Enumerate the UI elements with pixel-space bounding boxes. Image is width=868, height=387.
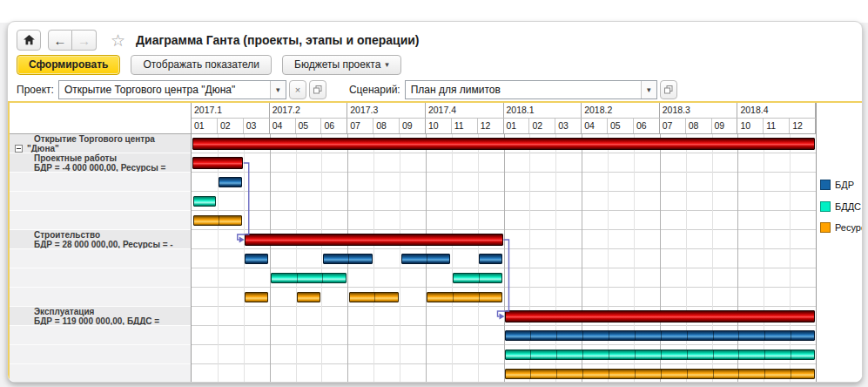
month-header-cell: 06 xyxy=(634,119,660,133)
gantt-bar-stage[interactable] xyxy=(192,138,815,150)
bar-segment-divider xyxy=(713,331,714,340)
gantt-row-label[interactable] xyxy=(10,173,191,192)
gantt-row-label[interactable] xyxy=(10,345,191,364)
legend-label: БДР xyxy=(835,180,854,190)
gantt-row-label-text: СтроительствоБДР = 28 000 000,00, Ресурс… xyxy=(10,230,191,249)
grid-line xyxy=(270,134,271,383)
gantt-row-label[interactable] xyxy=(10,326,191,345)
bar-segment-divider xyxy=(609,370,609,378)
bar-segment-divider xyxy=(297,274,298,282)
bar-segment-divider xyxy=(713,350,714,359)
bar-segment-divider xyxy=(479,293,480,302)
month-header-cell: 05 xyxy=(608,119,634,133)
month-header-cell: 12 xyxy=(478,119,504,133)
gantt-labels-header-spacer xyxy=(10,103,191,134)
gantt-bar-resources[interactable] xyxy=(427,292,502,302)
gantt-row-label[interactable]: Проектные работыБДР = -4 000 000,00, Рес… xyxy=(10,153,191,173)
filter-bar: Проект: ▾ × Сценарий: ▾ xyxy=(8,78,862,101)
quarter-header-cell: 2017.4 xyxy=(426,103,504,118)
scenario-dropdown-button[interactable]: ▾ xyxy=(641,81,656,98)
gantt-bar-stage[interactable] xyxy=(245,234,503,246)
bar-segment-divider xyxy=(374,293,375,302)
bar-segment-divider xyxy=(348,255,349,263)
quarter-header-cell: 2018.4 xyxy=(737,103,816,118)
favorite-star-icon[interactable]: ☆ xyxy=(111,31,125,51)
gantt-row-label[interactable] xyxy=(10,268,191,288)
collapse-expander-icon[interactable] xyxy=(15,145,23,153)
gantt-chart: Открытие Торгового центра "Дюна"БДР = 28… xyxy=(8,101,862,383)
quarter-header-cell: 2018.1 xyxy=(504,103,582,118)
bar-segment-divider xyxy=(635,331,636,340)
gantt-bar-bdr[interactable] xyxy=(479,254,502,264)
month-header-cell: 06 xyxy=(321,119,347,133)
quarter-header-cell: 2017.1 xyxy=(192,103,270,118)
label-line: Проектные работы xyxy=(34,154,189,164)
gantt-row-label[interactable] xyxy=(10,249,191,268)
gantt-bar-bdr[interactable] xyxy=(245,254,268,264)
gantt-bar-resources[interactable] xyxy=(245,292,268,302)
label-line: Открытие Торгового центра "Дюна" xyxy=(27,135,189,153)
project-clear-button[interactable]: × xyxy=(289,80,306,99)
gantt-bar-bdr[interactable] xyxy=(219,177,242,187)
gantt-bar-bdds[interactable] xyxy=(505,350,815,360)
home-button[interactable] xyxy=(17,30,41,51)
back-button[interactable]: ← xyxy=(48,30,72,51)
gantt-row-label[interactable] xyxy=(10,364,191,383)
generate-button[interactable]: Сформировать xyxy=(17,55,120,75)
gantt-row-label[interactable]: ЭксплуатацияБДР = 119 000 000,00, БДДС =… xyxy=(10,307,191,326)
gantt-bar-bdr[interactable] xyxy=(401,254,451,264)
bar-segment-divider xyxy=(556,331,557,340)
gantt-bar-bdds[interactable] xyxy=(453,273,502,283)
bar-segment-divider xyxy=(609,331,609,340)
gantt-row-label[interactable] xyxy=(10,192,191,211)
bar-segment-divider xyxy=(661,331,662,340)
bar-segment-divider xyxy=(322,274,323,282)
month-header-cell: 04 xyxy=(270,119,296,133)
gantt-bar-stage[interactable] xyxy=(505,310,816,322)
month-header-cell: 07 xyxy=(660,119,686,133)
gantt-bar-resources[interactable] xyxy=(505,369,815,379)
grid-line xyxy=(296,134,297,383)
scenario-input[interactable] xyxy=(406,81,641,98)
project-input[interactable] xyxy=(59,81,270,98)
show-indicators-button[interactable]: Отображать показатели xyxy=(131,55,272,75)
legend-label: БДДС xyxy=(835,201,861,212)
gantt-bar-bdr[interactable] xyxy=(505,330,815,341)
grid-line xyxy=(712,134,713,383)
month-header-cell: 08 xyxy=(686,119,712,133)
bar-segment-divider xyxy=(687,331,688,340)
gantt-bar-resources[interactable] xyxy=(349,292,399,302)
month-header-cell: 10 xyxy=(737,119,764,133)
scenario-open-button[interactable] xyxy=(660,80,677,99)
gantt-bar-bdr[interactable] xyxy=(323,254,373,264)
scenario-field: ▾ xyxy=(405,80,657,99)
gantt-row-label[interactable] xyxy=(10,288,191,307)
gantt-row-label[interactable]: СтроительствоБДР = 28 000 000,00, Ресурс… xyxy=(10,230,191,249)
bar-segment-divider xyxy=(609,350,609,359)
gantt-bar-resources[interactable] xyxy=(297,292,320,302)
month-header-cell: 05 xyxy=(296,119,322,133)
quarter-header-cell: 2018.3 xyxy=(660,103,738,118)
gantt-row-label[interactable] xyxy=(10,211,191,230)
project-field: ▾ xyxy=(58,80,286,99)
month-header-cell: 03 xyxy=(555,119,582,133)
forward-button[interactable]: → xyxy=(72,30,97,51)
gantt-plot-area xyxy=(192,134,816,383)
grid-line xyxy=(504,134,505,383)
gantt-bar-bdds[interactable] xyxy=(193,196,217,207)
gantt-bar-stage[interactable] xyxy=(192,157,243,169)
legend-swatch-БДР xyxy=(820,180,831,190)
history-nav-group: ← → xyxy=(48,30,97,51)
grid-line xyxy=(737,134,738,383)
bar-segment-divider xyxy=(687,350,688,359)
gantt-bar-bdds[interactable] xyxy=(271,273,347,283)
grid-line xyxy=(634,134,635,383)
gantt-bar-resources[interactable] xyxy=(193,215,243,226)
project-dropdown-button[interactable]: ▾ xyxy=(270,81,286,98)
gantt-row-label[interactable]: Открытие Торгового центра "Дюна"БДР = 28… xyxy=(10,134,191,153)
open-link-icon xyxy=(664,85,673,94)
bar-segment-divider xyxy=(453,293,454,302)
project-open-button[interactable] xyxy=(309,80,326,99)
project-budgets-button[interactable]: Бюджеты проекта ▾ xyxy=(282,55,401,75)
legend-item: Ресурсы xyxy=(820,222,862,233)
